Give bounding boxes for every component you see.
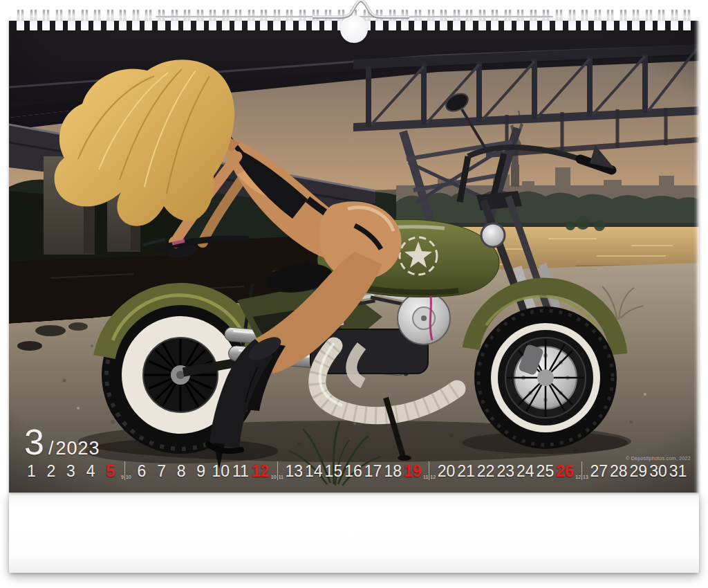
calendar-day-3: 3 (61, 463, 81, 480)
wire-binding-loop (42, 10, 50, 33)
calendar-day-9: 9 (191, 463, 211, 480)
wire-binding-loop (209, 10, 216, 33)
wire-binding-loop (17, 10, 24, 33)
wire-binding-loop (119, 10, 127, 33)
calendar-day-15: 15 (324, 463, 344, 480)
calendar-day-10: 10 (211, 463, 231, 480)
wire-binding-loop (273, 10, 281, 33)
wire-binding-loop (427, 10, 435, 33)
wire-binding-loop (158, 10, 165, 33)
calendar-day-13: 13 (284, 463, 304, 480)
wire-binding-loop (606, 10, 614, 33)
calendar-day-4: 4 (81, 463, 101, 480)
calendar-day-14: 14 (304, 463, 324, 480)
week-separator: 1213 (575, 458, 588, 480)
wire-binding-loop (286, 10, 293, 33)
wire-binding-loop (555, 10, 563, 33)
photo-motorcycle-scene (9, 21, 699, 493)
calendar-day-29: 29 (628, 463, 649, 480)
calendar-backing-board (9, 493, 699, 573)
wire-binding-loop (222, 10, 230, 33)
calendar-day-31: 31 (668, 463, 688, 480)
calendar-day-2: 2 (41, 463, 62, 480)
calendar-day-12: 12 (250, 463, 270, 480)
calendar-day-17: 17 (363, 463, 383, 480)
wire-binding-loop (55, 10, 63, 33)
calendar-day-26: 26 (555, 463, 575, 480)
wire-binding-loop (145, 10, 152, 33)
wire-binding-loop (132, 10, 140, 33)
calendar-day-11: 11 (231, 463, 251, 480)
wire-binding-loop (453, 10, 460, 33)
wire-binding-loop (620, 10, 627, 33)
wire-binding-loop (516, 10, 524, 33)
wire-binding-loop (568, 10, 576, 33)
wire-binding-loop (440, 10, 447, 33)
wire-binding-loop (504, 10, 512, 33)
calendar-photo-page: 3 / 2023 1234591067891011121011131415161… (9, 21, 699, 493)
wire-binding-loop (645, 10, 653, 33)
wire-binding-loop (658, 10, 665, 33)
calendar-day-30: 30 (649, 463, 669, 480)
hanger-hook-icon (313, 0, 409, 42)
calendar-day-23: 23 (496, 463, 516, 480)
calendar-day-16: 16 (344, 463, 364, 480)
dates-row: 1234591067891011121011131415161718191112… (21, 457, 688, 480)
calendar-day-7: 7 (151, 463, 171, 480)
wire-binding-loop (478, 10, 486, 33)
wire-binding-loop (93, 10, 101, 33)
calendar-day-8: 8 (171, 463, 192, 480)
wire-binding-loop (260, 10, 268, 33)
wire-binding-loop (234, 10, 242, 33)
wire-binding-loop (683, 10, 691, 33)
wire-binding-loop (68, 10, 75, 33)
wire-binding-loop (542, 10, 550, 33)
month-number: 3 (24, 427, 45, 457)
wire-binding-loop (671, 10, 678, 33)
calendar-day-18: 18 (383, 463, 403, 480)
calendar-day-19: 19 (402, 463, 422, 480)
wire-binding-loop (183, 10, 191, 33)
calendar-day-22: 22 (476, 463, 496, 480)
wire-binding-loop (465, 10, 473, 33)
wire-binding-loop (581, 10, 588, 33)
calendar-day-25: 25 (535, 463, 555, 480)
calendar-day-24: 24 (516, 463, 536, 480)
calendar-day-20: 20 (436, 463, 456, 480)
wire-binding-loop (530, 10, 537, 33)
wire-binding-loop (248, 10, 255, 33)
wire-binding-loop (171, 10, 178, 33)
calendar-product-shot: 3 / 2023 1234591067891011121011131415161… (0, 0, 708, 588)
week-separator: 1112 (423, 458, 436, 480)
wire-binding-loop (299, 10, 306, 33)
calendar-day-28: 28 (608, 463, 628, 480)
wire-binding-loop (81, 10, 88, 33)
wire-binding-loop (106, 10, 114, 33)
wire-binding-loop (414, 10, 422, 33)
calendar-day-5: 5 (100, 463, 120, 480)
week-separator: 910 (121, 458, 131, 480)
month-year: 3 / 2023 (24, 427, 100, 459)
wire-binding-loop (491, 10, 499, 33)
calendar-day-6: 6 (132, 463, 152, 480)
wire-binding-loop (594, 10, 602, 33)
calendar-day-21: 21 (456, 463, 476, 480)
wire-binding-loop (30, 10, 37, 33)
calendar-day-27: 27 (589, 463, 609, 480)
calendar-day-1: 1 (21, 463, 41, 480)
photo-credit: © Depositphotos.com, 2022 (626, 456, 691, 461)
wire-binding-loop (632, 10, 640, 33)
wire-binding-loop (196, 10, 204, 33)
week-separator: 1011 (271, 458, 283, 480)
